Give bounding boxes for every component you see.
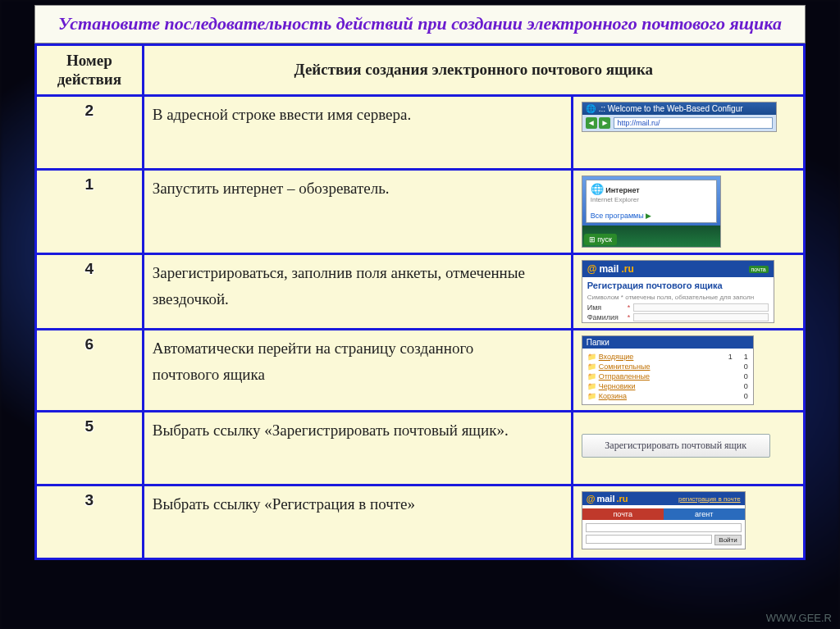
name-field[interactable] (633, 303, 768, 312)
table-row: 5 Выбрать ссылку «Зарегистрировать почто… (36, 412, 805, 485)
signup-heading: Регистрация почтового ящика (582, 277, 774, 294)
browser-title-text: .:: Welcome to the Web-Based Configur (599, 104, 743, 113)
password-input[interactable] (586, 535, 713, 544)
address-input[interactable]: http://mail.ru/ (614, 117, 772, 129)
chevron-right-icon: ▶ (646, 212, 651, 220)
browser-titlebar: 🌐 .:: Welcome to the Web-Based Configur (582, 103, 776, 115)
signup-hint: Символом * отмечены поля, обязательные д… (582, 294, 774, 303)
table-header-row: Номер действия Действия создания электро… (36, 44, 805, 96)
register-link[interactable]: регистрация в почте (678, 495, 741, 503)
folder-row[interactable]: 📁Отправленные0 (587, 371, 748, 381)
folder-icon: 📁 (587, 353, 596, 361)
folder-row[interactable]: 📁Сомнительные0 (587, 362, 748, 371)
tab-agent[interactable]: агент (664, 508, 745, 520)
step-thumbnail: @mail.ru регистрация в почте почта агент… (572, 485, 804, 559)
folder-icon: 📁 (587, 392, 596, 400)
step-number: 2 (36, 96, 144, 170)
step-text: Автоматически перейти на страницу создан… (143, 330, 572, 412)
step-thumbnail: Папки 📁Входящие11 📁Сомнительные0 📁Отправ… (572, 330, 804, 412)
table-row: 4 Зарегистрироваться, заполнив поля анке… (36, 254, 805, 330)
tab-mail[interactable]: почта (582, 508, 664, 520)
table-row: 2 В адресной строке ввести имя сервера. … (36, 96, 805, 170)
ie-icon: 🌐 (586, 104, 596, 113)
folder-row[interactable]: 📁Корзина0 (587, 391, 748, 401)
register-button[interactable]: Зарегистрировать почтовый ящик (582, 434, 770, 458)
step-thumbnail: 🌐 Интернет Internet Explorer Все програм… (572, 170, 804, 254)
step-text: Выбрать ссылку «Зарегистрировать почтовы… (143, 412, 572, 485)
surname-field[interactable] (633, 313, 768, 321)
login-button[interactable]: Войти (714, 535, 741, 545)
slide-title: Установите последовательность действий п… (34, 5, 806, 43)
folders-title: Папки (582, 336, 753, 349)
label-surname: Фамилия (587, 313, 624, 321)
app-subtitle: Internet Explorer (591, 196, 639, 203)
step-number: 5 (36, 412, 144, 485)
table-row: 1 Запустить интернет – обозреватель. 🌐 И… (36, 170, 805, 254)
step-text: Выбрать ссылку «Регистрация в почте» (143, 485, 572, 559)
folder-icon: 📁 (587, 362, 596, 371)
footer-watermark: WWW.GEE.R (766, 612, 832, 624)
win-icon: ⊞ (589, 235, 596, 244)
desktop-thumb: 🌐 Интернет Internet Explorer Все програм… (582, 175, 721, 248)
nav-arrows: ◄ ► (586, 117, 611, 129)
step-number: 4 (36, 254, 144, 330)
steps-table: Номер действия Действия создания электро… (34, 43, 806, 561)
app-name: Интернет (605, 186, 640, 194)
login-input[interactable] (586, 523, 742, 532)
step-text: Запустить интернет – обозреватель. (143, 170, 572, 254)
step-number: 1 (36, 170, 144, 254)
mailru-signup-thumb: @mail.ru почта Регистрация почтового ящи… (582, 260, 774, 323)
folder-icon: 📁 (587, 382, 596, 390)
ie-icon: 🌐 (591, 183, 604, 195)
start-button[interactable]: ⊞ пуск (584, 234, 617, 245)
step-thumbnail: 🌐 .:: Welcome to the Web-Based Configur … (572, 96, 804, 170)
step-number: 3 (36, 485, 144, 559)
mailru-logo: @mail.ru регистрация в почте (582, 492, 745, 505)
table-row: 3 Выбрать ссылку «Регистрация в почте» @… (36, 485, 805, 559)
folder-row[interactable]: 📁Черновики0 (587, 381, 748, 391)
folder-row[interactable]: 📁Входящие11 (587, 352, 748, 362)
table-row: 6 Автоматически перейти на страницу созд… (36, 330, 805, 412)
col-header-actions: Действия создания электронного почтового… (143, 44, 804, 96)
step-thumbnail: @mail.ru почта Регистрация почтового ящи… (572, 254, 804, 330)
step-text: Зарегистрироваться, заполнив поля анкеты… (143, 254, 572, 330)
mailru-login-thumb: @mail.ru регистрация в почте почта агент… (582, 491, 746, 549)
step-number: 6 (36, 330, 144, 412)
folder-icon: 📁 (587, 372, 596, 381)
step-thumbnail: Зарегистрировать почтовый ящик (572, 412, 804, 485)
folders-thumb: Папки 📁Входящие11 📁Сомнительные0 📁Отправ… (582, 335, 754, 405)
col-header-number: Номер действия (36, 44, 144, 96)
badge: почта (749, 266, 769, 273)
label-name: Имя (587, 303, 624, 312)
step-text: В адресной строке ввести имя сервера. (143, 96, 572, 170)
all-programs-link[interactable]: Все программы (591, 212, 644, 220)
mailru-logo: @mail.ru почта (582, 261, 774, 277)
